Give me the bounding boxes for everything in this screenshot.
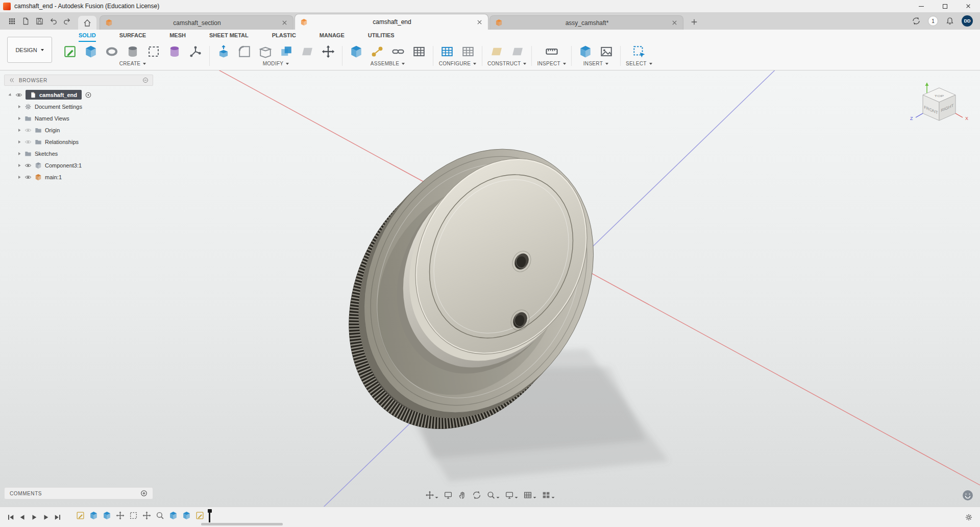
tab-sheet-metal[interactable]: SHEET METAL bbox=[209, 30, 249, 42]
redo-icon[interactable] bbox=[63, 17, 71, 25]
visibility-eye-icon[interactable] bbox=[24, 162, 32, 169]
close-tab-icon[interactable] bbox=[671, 19, 678, 26]
tab-solid[interactable]: SOLID bbox=[79, 30, 96, 42]
grid-settings-button[interactable] bbox=[524, 491, 536, 499]
press-pull-button[interactable] bbox=[215, 43, 232, 60]
group-label-select[interactable]: SELECT bbox=[626, 61, 652, 69]
expander-icon[interactable] bbox=[17, 163, 21, 167]
assistant-icon[interactable] bbox=[962, 489, 974, 501]
timeline-sketch-feature[interactable] bbox=[75, 510, 86, 521]
timeline-extrude-feature[interactable] bbox=[181, 510, 192, 521]
new-component-button[interactable] bbox=[348, 43, 365, 60]
group-label-modify[interactable]: MODIFY bbox=[263, 61, 289, 69]
step-forward-button[interactable] bbox=[42, 514, 50, 521]
timeline-move-feature[interactable] bbox=[114, 510, 126, 521]
look-at-button[interactable] bbox=[444, 491, 453, 499]
expander-icon[interactable] bbox=[17, 128, 21, 132]
create-sketch-button[interactable] bbox=[61, 43, 79, 60]
timeline-scrollbar[interactable] bbox=[201, 523, 283, 525]
expander-open-icon[interactable] bbox=[7, 92, 13, 98]
fit-button[interactable] bbox=[426, 491, 438, 499]
group-label-construct[interactable]: CONSTRUCT bbox=[487, 61, 526, 69]
configuration-table-button[interactable] bbox=[459, 43, 477, 60]
collapse-panel-icon[interactable] bbox=[9, 77, 15, 83]
close-tab-icon[interactable] bbox=[476, 19, 483, 26]
tab-mesh[interactable]: MESH bbox=[169, 30, 186, 42]
timeline-sketch-feature[interactable] bbox=[194, 510, 206, 521]
combine-button[interactable] bbox=[278, 43, 295, 60]
tree-item-sketches[interactable]: Sketches bbox=[4, 148, 153, 159]
comments-bar[interactable]: COMMENTS bbox=[4, 487, 153, 499]
root-node-chip[interactable]: camshaft_end bbox=[26, 90, 82, 100]
extrude-button[interactable] bbox=[82, 43, 100, 60]
fillet-button[interactable] bbox=[236, 43, 253, 60]
tree-item-document-settings[interactable]: Document Settings bbox=[4, 101, 153, 112]
viewcube[interactable]: TOP FRONT RIGHT X Z bbox=[908, 76, 974, 137]
timeline-pattern-feature[interactable] bbox=[128, 510, 139, 521]
minimize-button[interactable] bbox=[910, 0, 933, 12]
tab-manage[interactable]: MANAGE bbox=[320, 30, 345, 42]
expander-icon[interactable] bbox=[17, 140, 21, 144]
construction-plane-button[interactable] bbox=[488, 43, 505, 60]
tab-assy-camshaft[interactable]: assy_camshaft* bbox=[489, 15, 683, 30]
avatar[interactable]: DD bbox=[962, 15, 973, 27]
workspace-switcher[interactable]: DESIGN bbox=[7, 37, 52, 63]
notifications-bell-icon[interactable] bbox=[946, 17, 954, 25]
tree-item-main[interactable]: main:1 bbox=[4, 171, 153, 183]
step-back-button[interactable] bbox=[19, 514, 26, 521]
extensions-icon[interactable] bbox=[912, 17, 920, 25]
offset-plane-button[interactable] bbox=[509, 43, 526, 60]
zoom-button[interactable] bbox=[487, 491, 500, 499]
move-button[interactable] bbox=[320, 43, 337, 60]
expand-comments-icon[interactable] bbox=[140, 490, 148, 497]
save-icon[interactable] bbox=[36, 17, 43, 25]
activate-component-icon[interactable] bbox=[85, 91, 92, 99]
group-label-configure[interactable]: CONFIGURE bbox=[439, 61, 477, 69]
close-tab-icon[interactable] bbox=[281, 19, 288, 26]
browser-header[interactable]: BROWSER bbox=[4, 75, 153, 86]
measure-button[interactable] bbox=[543, 43, 560, 60]
timeline-inspect-feature[interactable] bbox=[154, 510, 166, 521]
configure-button[interactable] bbox=[438, 43, 456, 60]
orbit-button[interactable] bbox=[473, 491, 481, 499]
app-grid-icon[interactable] bbox=[8, 17, 16, 25]
file-menu-icon[interactable] bbox=[22, 17, 30, 25]
timeline-extrude-feature[interactable] bbox=[101, 510, 113, 521]
tree-item-relationships[interactable]: Relationships bbox=[4, 136, 153, 148]
home-tab-button[interactable] bbox=[78, 16, 96, 30]
tree-item-component3[interactable]: Component3:1 bbox=[4, 159, 153, 171]
display-settings-button[interactable] bbox=[505, 491, 518, 499]
3d-viewport[interactable]: BROWSER camshaft_end Document Settings bbox=[0, 70, 980, 507]
group-label-insert[interactable]: INSERT bbox=[583, 61, 608, 69]
tab-surface[interactable]: SURFACE bbox=[119, 30, 146, 42]
shell-button[interactable] bbox=[257, 43, 274, 60]
expander-icon[interactable] bbox=[17, 116, 21, 121]
maximize-button[interactable] bbox=[933, 0, 957, 12]
pipe-button[interactable] bbox=[187, 43, 204, 60]
play-button[interactable] bbox=[31, 514, 38, 521]
visibility-eye-icon[interactable] bbox=[24, 174, 32, 181]
expander-icon[interactable] bbox=[17, 105, 21, 109]
pan-button[interactable] bbox=[458, 491, 467, 499]
job-status-button[interactable]: 1 bbox=[928, 16, 938, 26]
canvas-button[interactable] bbox=[598, 43, 615, 60]
tab-plastic[interactable]: PLASTIC bbox=[272, 30, 296, 42]
tab-camshaft-section[interactable]: camshaft_section bbox=[100, 15, 293, 30]
visibility-eye-icon[interactable] bbox=[24, 138, 32, 146]
timeline-move-feature[interactable] bbox=[141, 510, 153, 521]
visibility-eye-icon[interactable] bbox=[15, 91, 22, 99]
group-label-create[interactable]: CREATE bbox=[119, 61, 146, 69]
tab-utilities[interactable]: UTILITIES bbox=[368, 30, 395, 42]
sweep-button[interactable] bbox=[124, 43, 141, 60]
expander-icon[interactable] bbox=[17, 175, 21, 179]
skip-to-end-button[interactable] bbox=[54, 514, 61, 521]
viewports-button[interactable] bbox=[542, 491, 555, 499]
tab-camshaft-end[interactable]: camshaft_end bbox=[295, 14, 488, 30]
rigid-group-button[interactable] bbox=[410, 43, 428, 60]
select-button[interactable] bbox=[630, 43, 648, 60]
skip-to-start-button[interactable] bbox=[7, 514, 14, 521]
tree-item-named-views[interactable]: Named Views bbox=[4, 112, 153, 124]
group-label-assemble[interactable]: ASSEMBLE bbox=[371, 61, 405, 69]
undo-icon[interactable] bbox=[50, 17, 57, 25]
close-button[interactable] bbox=[957, 0, 980, 12]
